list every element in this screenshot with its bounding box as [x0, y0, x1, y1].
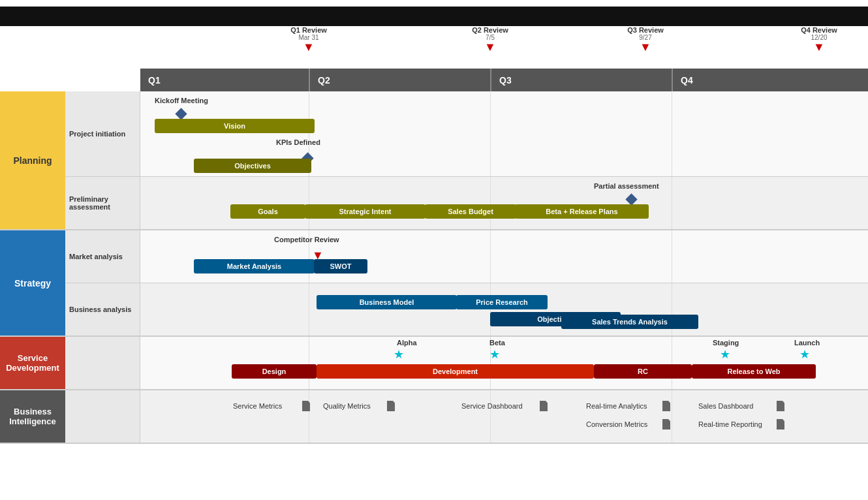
alpha-star: ★	[394, 347, 404, 362]
quarter-q4: Q4	[673, 69, 868, 91]
market-analysis-bar: Market Analysis	[194, 259, 315, 273]
quarter-q3: Q3	[491, 69, 673, 91]
q2-review-marker: Q2 Review 7/5 ▼	[472, 26, 508, 53]
competitor-review-label: Competitor Review	[274, 236, 339, 243]
top-bar	[0, 7, 868, 26]
kickoff-meeting-label: Kickoff Meeting	[155, 97, 208, 104]
staging-label: Staging	[713, 339, 739, 347]
service-dashboard-label: Service Dashboard	[461, 402, 523, 410]
quality-metrics-icon	[387, 401, 395, 411]
strategic-intent-bar: Strategic Intent	[305, 204, 426, 219]
gantt-container: Q1 Review Mar 31 ▼ Q2 Review 7/5 ▼ Q3 Re…	[0, 0, 868, 444]
realtime-analytics-label: Real-time Analytics	[586, 402, 647, 410]
q1-review-marker: Q1 Review Mar 31 ▼	[290, 26, 327, 53]
q4-review-arrow: ▼	[801, 41, 837, 53]
category-service-dev: Service Development	[0, 337, 65, 389]
q2-review-arrow: ▼	[472, 41, 508, 53]
q3-review-arrow: ▼	[627, 41, 664, 53]
rc-bar: RC	[594, 364, 692, 379]
category-planning: Planning	[0, 91, 65, 229]
beta-label: Beta	[489, 339, 505, 347]
development-bar: Development	[317, 364, 594, 379]
realtime-analytics-icon	[662, 401, 670, 411]
planning-initiation-rows: Project initiation Kickoff Meeting Visio…	[65, 91, 868, 177]
alpha-label: Alpha	[397, 339, 417, 347]
strategy-business-row: Business analysis Business Model Price R…	[65, 283, 868, 336]
subcategory-preliminary: Preliminary assessment	[65, 177, 140, 229]
swot-bar: SWOT	[314, 259, 367, 273]
q1-review-arrow: ▼	[290, 41, 327, 53]
sales-dashboard-icon	[777, 401, 784, 411]
design-bar: Design	[232, 364, 317, 379]
q2-review-label: Q2 Review	[472, 26, 508, 34]
business-intelligence-section: Business Intelligence Service Metrics Qu…	[0, 390, 868, 444]
service-dashboard-icon	[540, 401, 548, 411]
goals-bar: Goals	[230, 204, 305, 219]
planning-assessment-row: Preliminary assessment Partial assessmen…	[65, 177, 868, 229]
conversion-metrics-label: Conversion Metrics	[586, 420, 647, 428]
category-strategy: Strategy	[0, 230, 65, 336]
quarter-q1: Q1	[140, 69, 310, 91]
service-metrics-icon	[302, 401, 310, 411]
beta-release-bar: Beta + Release Plans	[515, 204, 649, 219]
service-metrics-label: Service Metrics	[233, 402, 282, 410]
objectives-bar-planning: Objectives	[194, 159, 311, 173]
launch-label: Launch	[794, 339, 820, 347]
launch-star: ★	[799, 347, 810, 362]
release-to-web-bar: Release to Web	[692, 364, 816, 379]
q1-review-label: Q1 Review	[290, 26, 327, 34]
quarter-q2: Q2	[310, 69, 491, 91]
partial-diamond	[625, 193, 637, 205]
realtime-reporting-label: Real-time Reporting	[698, 420, 762, 428]
sales-budget-bar: Sales Budget	[425, 204, 516, 219]
sales-dashboard-label: Sales Dashboard	[698, 402, 753, 410]
subcategory-project-initiation: Project initiation	[65, 91, 140, 176]
q4-review-label: Q4 Review	[801, 26, 837, 34]
price-research-bar: Price Research	[456, 295, 548, 309]
vision-bar: Vision	[155, 119, 315, 133]
subcategory-business: Business analysis	[65, 283, 140, 336]
category-bi: Business Intelligence	[0, 390, 65, 443]
subcategory-service-dev	[65, 337, 140, 389]
service-development-section: Service Development Alpha ★ Beta ★ Stagi…	[0, 337, 868, 390]
strategy-market-row: Market analysis Competitor Review ▼ Mark…	[65, 230, 868, 283]
conversion-metrics-icon	[662, 419, 670, 430]
business-model-bar: Business Model	[317, 295, 457, 309]
quality-metrics-label: Quality Metrics	[323, 402, 371, 410]
q3-review-label: Q3 Review	[627, 26, 664, 34]
kickoff-diamond	[175, 108, 187, 119]
partial-assessment-label: Partial assessment	[594, 182, 659, 190]
kpis-label: KPIs Defined	[276, 138, 320, 146]
subcategory-bi	[65, 390, 140, 443]
q3-review-marker: Q3 Review 9/27 ▼	[627, 26, 664, 53]
staging-star: ★	[720, 347, 730, 362]
sales-trends-bar: Sales Trends Analysis	[561, 315, 698, 329]
subcategory-market: Market analysis	[65, 230, 140, 283]
q4-review-marker: Q4 Review 12/20 ▼	[801, 26, 837, 53]
beta-star: ★	[489, 347, 500, 362]
realtime-reporting-icon	[777, 419, 784, 430]
strategy-section: Strategy Market analysis Competitor Revi…	[0, 230, 868, 337]
planning-section: Planning Project initiation Kickoff Meet…	[0, 91, 868, 230]
